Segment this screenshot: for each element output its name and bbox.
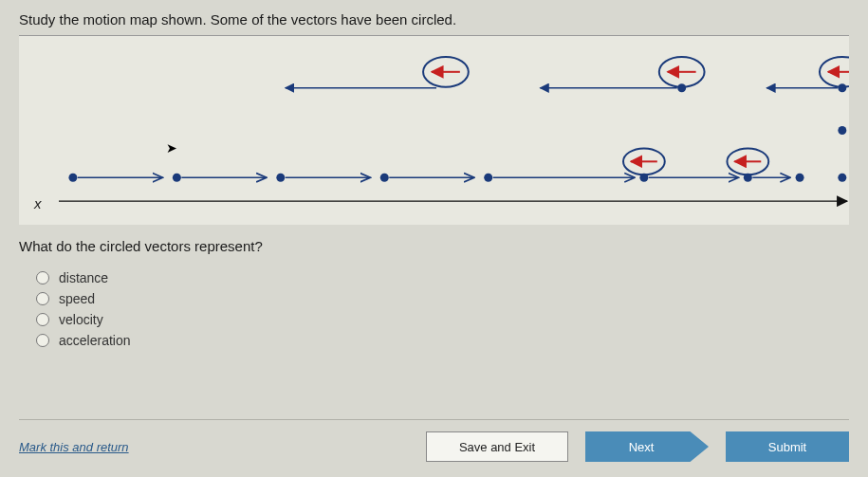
dot (838, 174, 846, 182)
option-label: acceleration (59, 333, 131, 348)
dot (796, 174, 804, 182)
save-exit-button[interactable]: Save and Exit (426, 431, 568, 462)
options-group: distance speed velocity acceleration (36, 267, 849, 351)
option-velocity[interactable]: velocity (36, 309, 849, 330)
footer-bar: Mark this and return Save and Exit Next … (19, 419, 849, 477)
dot (68, 174, 77, 182)
radio-icon[interactable] (36, 313, 49, 326)
dot (838, 126, 846, 135)
option-speed[interactable]: speed (36, 288, 849, 309)
dot (276, 174, 285, 182)
axis-label-x: x (34, 195, 42, 211)
option-distance[interactable]: distance (36, 267, 849, 288)
option-acceleration[interactable]: acceleration (36, 330, 849, 351)
option-label: speed (59, 291, 95, 306)
dot (380, 174, 389, 182)
footer-buttons: Save and Exit Next Submit (426, 431, 849, 462)
dot (484, 174, 492, 182)
next-button[interactable]: Next (585, 431, 709, 462)
option-label: velocity (59, 312, 103, 327)
dot (173, 174, 181, 182)
mark-return-link[interactable]: Mark this and return (19, 440, 129, 454)
radio-icon[interactable] (36, 292, 49, 305)
motion-map-diagram: x ➤ (19, 35, 849, 225)
prompt-text: Study the motion map shown. Some of the … (19, 11, 849, 28)
diagram-svg (19, 36, 849, 225)
question-text: What do the circled vectors represent? (19, 238, 849, 254)
submit-button[interactable]: Submit (726, 431, 849, 462)
radio-icon[interactable] (36, 334, 49, 347)
radio-icon[interactable] (36, 271, 49, 284)
option-label: distance (59, 270, 108, 285)
